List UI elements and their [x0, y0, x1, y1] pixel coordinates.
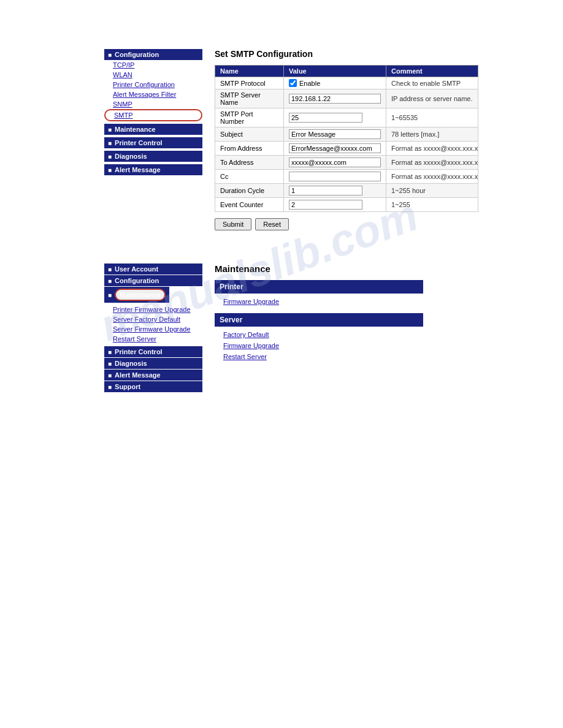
server-restart-link[interactable]: Restart Server	[215, 351, 423, 362]
smtp-subject-input[interactable]	[289, 129, 381, 139]
col-header-comment: Comment	[386, 66, 478, 77]
row-port-label: SMTP Port Number	[215, 108, 284, 127]
sidebar2-header-diagnosis: Diagnosis	[104, 358, 202, 369]
sidebar1-link-smtp[interactable]: SMTP	[104, 109, 202, 121]
maintenance-page-title: Maintenance	[215, 264, 423, 274]
table-row: Event Counter 1~255	[215, 198, 478, 212]
server-section-header: Server	[215, 313, 423, 327]
printer-section: Printer Firmware Upgrade	[215, 280, 423, 307]
smtp-duration-input[interactable]	[289, 186, 362, 195]
col-header-value: Value	[284, 66, 386, 77]
row-from-comment: Format as xxxxx@xxxx.xxx.xx	[386, 142, 478, 156]
row-event-value[interactable]	[284, 198, 386, 212]
smtp-port-input[interactable]	[289, 113, 362, 123]
smtp-from-input[interactable]	[289, 143, 381, 153]
sidebar2-header-support: Support	[104, 381, 202, 392]
sidebar2-link-printer-firmware[interactable]: Printer Firmware Upgrade	[104, 305, 202, 314]
table-row: Subject 78 letters [max.]	[215, 127, 478, 142]
smtp-server-name-input[interactable]	[289, 94, 381, 104]
printer-firmware-upgrade-link[interactable]: Firmware Upgrade	[215, 296, 423, 307]
table-row: Cc Format as xxxxx@xxxx.xxx.xx	[215, 170, 478, 184]
row-subject-label: Subject	[215, 127, 284, 142]
smtp-cc-input[interactable]	[289, 172, 381, 181]
smtp-enable-label: Enable	[299, 80, 320, 87]
sidebar1-link-alert-filter[interactable]: Alert Messages Filter	[104, 89, 202, 99]
table-row: SMTP Port Number 1~65535	[215, 108, 478, 127]
row-port-value[interactable]	[284, 108, 386, 127]
server-firmware-upgrade-link[interactable]: Firmware Upgrade	[215, 340, 423, 351]
table-row: SMTP Protocol Enable Check to enable SMT…	[215, 77, 478, 89]
nav-group-diagnosis: Diagnosis	[104, 151, 202, 162]
sidebar1-link-snmp[interactable]: SNMP	[104, 99, 202, 109]
table-row: To Address Format as xxxxx@xxxx.xxx.xx	[215, 156, 478, 170]
section2-maintenance: User Account Configuration Maintenance P…	[104, 264, 423, 393]
main1-content: Set SMTP Configuration Name Value Commen…	[215, 49, 478, 230]
table-row: Duration Cycle 1~255 hour	[215, 184, 478, 198]
sidebar2: User Account Configuration Maintenance P…	[104, 264, 202, 393]
row-cc-comment: Format as xxxxx@xxxx.xxx.xx	[386, 170, 478, 184]
sidebar1-header-configuration: Configuration	[104, 49, 202, 60]
row-from-label: From Address	[215, 142, 284, 156]
smtp-protocol-checkbox[interactable]	[289, 79, 297, 87]
sidebar2-header-alert-message: Alert Message	[104, 370, 202, 381]
sidebar2-header-printer-control: Printer Control	[104, 346, 202, 357]
sidebar2-header-configuration: Configuration	[104, 275, 202, 286]
row-subject-value[interactable]	[284, 127, 386, 142]
row-to-value[interactable]	[284, 156, 386, 170]
row-duration-value[interactable]	[284, 184, 386, 198]
reset-button[interactable]: Reset	[255, 218, 289, 230]
row-duration-comment: 1~255 hour	[386, 184, 478, 198]
row-port-comment: 1~65535	[386, 108, 478, 127]
sidebar1-header-maintenance: Maintenance	[104, 124, 202, 135]
smtp-page-title: Set SMTP Configuration	[215, 49, 478, 59]
row-server-name-label: SMTP Server Name	[215, 89, 284, 108]
table-row: SMTP Server Name IP address or server na…	[215, 89, 478, 108]
main2-content: Maintenance Printer Firmware Upgrade Ser…	[215, 264, 423, 393]
row-server-name-value[interactable]	[284, 89, 386, 108]
row-from-value[interactable]	[284, 142, 386, 156]
smtp-to-input[interactable]	[289, 157, 381, 167]
sidebar2-header-maintenance: Maintenance	[115, 289, 166, 301]
sidebar1-link-printer-config[interactable]: Printer Configuration	[104, 80, 202, 89]
row-smtp-protocol-comment: Check to enable SMTP	[386, 77, 478, 89]
row-server-name-comment: IP address or server name.	[386, 89, 478, 108]
sidebar2-header-useraccount: User Account	[104, 264, 202, 275]
row-duration-label: Duration Cycle	[215, 184, 284, 198]
printer-section-header: Printer	[215, 280, 423, 294]
row-cc-value[interactable]	[284, 170, 386, 184]
sidebar1-header-diagnosis: Diagnosis	[104, 151, 202, 162]
section1-smtp: Configuration TCP/IP WLAN Printer Config…	[104, 49, 478, 230]
nav-group-maintenance: Maintenance	[104, 124, 202, 135]
submit-button[interactable]: Submit	[215, 218, 251, 230]
nav-group-printer-control: Printer Control	[104, 137, 202, 148]
table-row: From Address Format as xxxxx@xxxx.xxx.xx	[215, 142, 478, 156]
smtp-event-input[interactable]	[289, 200, 362, 210]
row-to-comment: Format as xxxxx@xxxx.xxx.xx	[386, 156, 478, 170]
col-header-name: Name	[215, 66, 284, 77]
sidebar1-link-tcpip[interactable]: TCP/IP	[104, 60, 202, 70]
row-smtp-protocol-label: SMTP Protocol	[215, 77, 284, 89]
server-section: Server Factory Default Firmware Upgrade …	[215, 313, 423, 362]
sidebar1-header-alert-message: Alert Message	[104, 164, 202, 175]
sidebar1: Configuration TCP/IP WLAN Printer Config…	[104, 49, 202, 230]
sidebar1-link-wlan[interactable]: WLAN	[104, 70, 202, 80]
row-event-comment: 1~255	[386, 198, 478, 212]
sidebar2-header-maintenance-wrapper: Maintenance	[104, 287, 169, 303]
row-subject-comment: 78 letters [max.]	[386, 127, 478, 142]
nav-group-alert-message: Alert Message	[104, 164, 202, 175]
server-factory-default-link[interactable]: Factory Default	[215, 329, 423, 340]
nav-group-configuration: Configuration TCP/IP WLAN Printer Config…	[104, 49, 202, 121]
smtp-config-table: Name Value Comment SMTP Protocol Enable …	[215, 65, 478, 212]
sidebar2-link-restart-server[interactable]: Restart Server	[104, 334, 202, 344]
smtp-button-row: Submit Reset	[215, 218, 478, 230]
row-to-label: To Address	[215, 156, 284, 170]
row-event-label: Event Counter	[215, 198, 284, 212]
sidebar2-link-server-firmware[interactable]: Server Firmware Upgrade	[104, 324, 202, 334]
row-cc-label: Cc	[215, 170, 284, 184]
row-smtp-protocol-value[interactable]: Enable	[284, 77, 386, 89]
sidebar1-header-printer-control: Printer Control	[104, 137, 202, 148]
sidebar2-link-server-factory[interactable]: Server Factory Default	[104, 314, 202, 324]
